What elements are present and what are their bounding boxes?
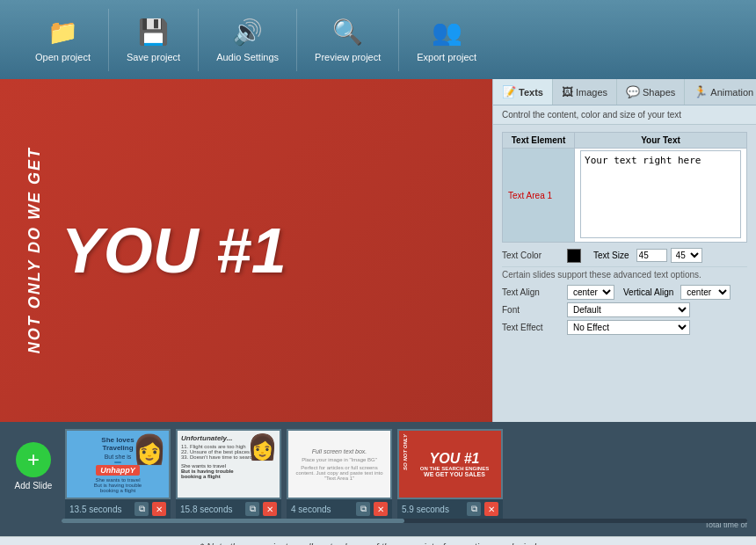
export-icon: 👥 [432, 18, 462, 47]
slide1-delete-btn[interactable]: ✕ [152, 502, 166, 516]
slide4-sales: WE GET YOU SALES [424, 471, 485, 477]
tab-texts[interactable]: 📝 Texts [493, 79, 553, 105]
slide3-copy-btn[interactable]: ⧉ [356, 502, 370, 516]
slide-thumb-1[interactable]: She lovesTraveling But she is UnhappY Sh… [65, 429, 171, 519]
text-size-select[interactable]: 45243660 [671, 248, 702, 263]
timeline-scrollbar[interactable] [62, 519, 747, 523]
slide-4-preview: SO NOT ONLY YOU #1 ON THE SEARCH ENGINES… [397, 429, 503, 499]
shapes-icon: 💬 [626, 85, 640, 98]
effect-select[interactable]: No EffectFade InSlide In [567, 320, 690, 335]
slide3-actions: ⧉ ✕ [356, 502, 388, 516]
slide-2-preview: Unfortunately... 11. Flight costs are to… [176, 429, 281, 499]
font-label: Font [502, 305, 563, 315]
tab-texts-label: Texts [519, 87, 543, 98]
slide1-copy-btn[interactable]: ⧉ [134, 502, 149, 516]
slide1-unhappy: UnhappY [96, 465, 140, 476]
slide2-bottom: She wants to travelBut is having trouble… [181, 463, 276, 479]
slide3-footer: 4 seconds ⧉ ✕ [287, 499, 392, 519]
timeline: + Add Slide She lovesTraveling But she i… [0, 422, 756, 536]
slide-thumb-3[interactable]: Full screen text box. Place your image i… [287, 429, 392, 519]
tab-animation[interactable]: 🏃 Animation [685, 79, 756, 105]
slide3-sub: Perfect for articles or full screens con… [293, 465, 386, 481]
toolbar-preview-project[interactable]: 🔍 Preview project [297, 9, 399, 71]
effect-label: Text Effect [502, 323, 563, 332]
export-project-label: Export project [417, 52, 476, 62]
text-elements-table: Text Element Your Text Text Area 1 Your … [502, 132, 747, 243]
add-slide-button[interactable]: + Add Slide [7, 429, 60, 490]
slide2-actions: ⧉ ✕ [245, 502, 277, 516]
panel-content: Text Element Your Text Text Area 1 Your … [493, 125, 756, 422]
slide3-delete-btn[interactable]: ✕ [374, 502, 388, 516]
slide4-footer: 5.9 seconds ⧉ ✕ [397, 499, 503, 519]
texts-icon: 📝 [502, 85, 516, 98]
effect-row: Text Effect No EffectFade InSlide In [502, 320, 747, 335]
table-row: Text Area 1 Your text right here [503, 149, 747, 243]
color-size-row: Text Color Text Size 45243660 [502, 248, 747, 263]
toolbar-open-project[interactable]: 📁 Open project [18, 9, 109, 71]
images-icon: 🖼 [562, 85, 573, 98]
slide4-copy-btn[interactable]: ⧉ [467, 502, 481, 516]
audio-icon: 🔊 [232, 18, 263, 47]
slide2-copy-btn[interactable]: ⧉ [245, 502, 259, 516]
text-align-select[interactable]: centerleftright [567, 285, 614, 300]
canvas-main-text: YOU #1 [62, 219, 287, 282]
save-project-label: Save project [127, 52, 180, 62]
right-panel: 📝 Texts 🖼 Images 💬 Shapes 🏃 Animation ⚙ … [492, 79, 756, 422]
slide3-time: 4 seconds [291, 505, 331, 514]
slide4-delete-btn[interactable]: ✕ [484, 502, 498, 516]
v-align-select[interactable]: centertopbottom [680, 285, 731, 300]
canvas-vertical-text: NOT ONLY DO WE GET [26, 147, 44, 353]
toolbar-save-project[interactable]: 💾 Save project [109, 9, 199, 71]
text-align-row: Text Align centerleftright Vertical Alig… [502, 285, 747, 300]
toolbar-export-project[interactable]: 👥 Export project [399, 9, 494, 71]
font-select[interactable]: DefaultArialTimes New Roman [567, 302, 690, 317]
slide3-title: Full screen text box. [293, 448, 386, 454]
slide1-character: 👩 [132, 432, 167, 466]
main-area: NOT ONLY DO WE GET YOU #1 📝 Texts 🖼 Imag… [0, 79, 756, 422]
slide2-character: 👩 [247, 432, 278, 461]
toolbar: 📁 Open project 💾 Save project 🔊 Audio Se… [0, 0, 756, 79]
slide4-top-text: SO NOT ONLY [403, 434, 408, 470]
text-align-label: Text Align [502, 287, 563, 297]
scrollbar-thumb [62, 519, 404, 523]
add-slide-label: Add Slide [15, 481, 53, 490]
bottom-note: * Note these are just small parts shown … [0, 536, 756, 545]
animation-icon: 🏃 [694, 85, 708, 98]
slide-thumb-4[interactable]: SO NOT ONLY YOU #1 ON THE SEARCH ENGINES… [397, 429, 503, 519]
text-size-input[interactable] [636, 249, 667, 262]
text-size-label: Text Size [593, 251, 629, 260]
slide2-footer: 15.8 seconds ⧉ ✕ [176, 499, 281, 519]
tab-shapes[interactable]: 💬 Shapes [617, 79, 685, 105]
open-project-label: Open project [35, 52, 91, 62]
advanced-note: Certain slides support these advanced te… [502, 266, 747, 282]
slide3-content: Full screen text box. Place your image i… [288, 444, 390, 485]
tab-images[interactable]: 🖼 Images [553, 79, 617, 105]
slide3-desc: Place your image in "Image BG" [293, 457, 386, 462]
toolbar-audio-settings[interactable]: 🔊 Audio Settings [199, 9, 297, 71]
add-circle-icon[interactable]: + [16, 442, 51, 477]
slide-1-preview: She lovesTraveling But she is UnhappY Sh… [65, 429, 171, 499]
color-swatch[interactable] [567, 249, 581, 263]
slide1-badge [114, 461, 121, 463]
slide2-time: 15.8 seconds [180, 505, 233, 514]
open-folder-icon: 📁 [47, 18, 78, 47]
slide2-delete-btn[interactable]: ✕ [263, 502, 277, 516]
panel-tabs: 📝 Texts 🖼 Images 💬 Shapes 🏃 Animation ⚙ [493, 79, 756, 105]
slide4-time: 5.9 seconds [402, 505, 449, 514]
slide1-actions: ⧉ ✕ [134, 502, 166, 516]
slide4-main: YOU #1 [430, 452, 480, 466]
text-area-value: Your text right here [575, 149, 747, 243]
canvas-preview: NOT ONLY DO WE GET YOU #1 [0, 79, 492, 422]
v-align-label: Vertical Align [623, 287, 673, 297]
text-input[interactable]: Your text right here [580, 150, 741, 238]
slide4-actions: ⧉ ✕ [467, 502, 498, 516]
slide1-footer: 13.5 seconds ⧉ ✕ [65, 499, 171, 519]
preview-project-label: Preview project [315, 52, 381, 62]
tab-images-label: Images [576, 87, 607, 98]
slide1-time: 13.5 seconds [69, 505, 122, 514]
tab-shapes-label: Shapes [643, 87, 675, 98]
preview-icon: 🔍 [332, 18, 363, 47]
panel-subtitle: Control the content, color and size of y… [493, 105, 756, 125]
text-color-label: Text Color [502, 251, 563, 260]
slide-thumb-2[interactable]: Unfortunately... 11. Flight costs are to… [176, 429, 281, 519]
